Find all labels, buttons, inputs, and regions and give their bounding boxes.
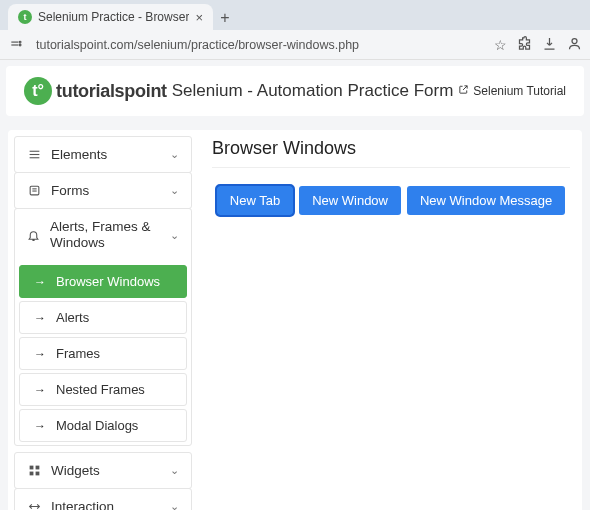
new-window-button[interactable]: New Window bbox=[299, 186, 401, 215]
arrow-right-icon: → bbox=[34, 419, 46, 433]
new-tab-button[interactable]: + bbox=[213, 6, 237, 30]
chevron-down-icon: ⌄ bbox=[170, 464, 179, 477]
svg-rect-13 bbox=[29, 472, 33, 476]
site-header: t° tutorialspoint Selenium - Automation … bbox=[6, 66, 584, 116]
sidebar-item-label: Alerts bbox=[56, 310, 89, 325]
interaction-icon bbox=[27, 500, 41, 510]
svg-rect-14 bbox=[35, 472, 39, 476]
brand-text: tutorialspoint bbox=[56, 81, 167, 102]
bookmark-icon[interactable]: ☆ bbox=[494, 37, 507, 53]
sidebar-item-label: Nested Frames bbox=[56, 382, 145, 397]
sidebar-item-label: Frames bbox=[56, 346, 100, 361]
sidebar-section-alerts-frames-windows[interactable]: Alerts, Frames & Windows ⌄ bbox=[15, 209, 191, 261]
sidebar-item-alerts[interactable]: → Alerts bbox=[19, 301, 187, 334]
address-bar: tutorialspoint.com/selenium/practice/bro… bbox=[0, 30, 590, 60]
site-info-icon[interactable] bbox=[8, 37, 24, 53]
tutorial-link-label: Selenium Tutorial bbox=[473, 84, 566, 98]
selenium-tutorial-link[interactable]: Selenium Tutorial bbox=[458, 84, 566, 98]
chevron-down-icon: ⌄ bbox=[170, 500, 179, 510]
sidebar-section-forms[interactable]: Forms ⌄ bbox=[15, 173, 191, 208]
sidebar-section-elements[interactable]: Elements ⌄ bbox=[15, 137, 191, 172]
svg-point-4 bbox=[572, 38, 577, 43]
sidebar-item-nested-frames[interactable]: → Nested Frames bbox=[19, 373, 187, 406]
menu-icon bbox=[27, 148, 41, 161]
sidebar-item-modal-dialogs[interactable]: → Modal Dialogs bbox=[19, 409, 187, 442]
arrow-right-icon: → bbox=[34, 311, 46, 325]
sidebar-section-label: Interaction bbox=[51, 499, 114, 510]
url-text[interactable]: tutorialspoint.com/selenium/practice/bro… bbox=[32, 32, 486, 58]
browser-tab[interactable]: t Selenium Practice - Browser × bbox=[8, 4, 213, 30]
bell-icon bbox=[27, 229, 40, 242]
page-title: Selenium - Automation Practice Form bbox=[167, 81, 458, 101]
brand-logo[interactable]: t° tutorialspoint bbox=[24, 77, 167, 105]
svg-point-3 bbox=[19, 44, 21, 46]
sidebar-section-label: Alerts, Frames & Windows bbox=[50, 219, 160, 251]
arrow-right-icon: → bbox=[34, 347, 46, 361]
arrow-right-icon: → bbox=[34, 275, 46, 289]
svg-rect-11 bbox=[29, 466, 33, 470]
sidebar-item-frames[interactable]: → Frames bbox=[19, 337, 187, 370]
main-content: Browser Windows New Tab New Window New W… bbox=[206, 136, 576, 510]
browser-tab-strip: t Selenium Practice - Browser × + bbox=[0, 0, 590, 30]
profile-icon[interactable] bbox=[567, 36, 582, 54]
new-window-message-button[interactable]: New Window Message bbox=[407, 186, 565, 215]
sidebar-item-browser-windows[interactable]: → Browser Windows bbox=[19, 265, 187, 298]
sidebar-section-widgets[interactable]: Widgets ⌄ bbox=[15, 453, 191, 488]
new-tab-button[interactable]: New Tab bbox=[217, 186, 293, 215]
sidebar-item-label: Modal Dialogs bbox=[56, 418, 138, 433]
chevron-down-icon: ⌄ bbox=[170, 184, 179, 197]
svg-point-2 bbox=[19, 41, 21, 43]
external-link-icon bbox=[458, 84, 469, 98]
favicon-icon: t bbox=[18, 10, 32, 24]
form-icon bbox=[27, 184, 41, 197]
tab-title: Selenium Practice - Browser bbox=[38, 10, 189, 24]
widgets-icon bbox=[27, 464, 41, 477]
logo-icon: t° bbox=[24, 77, 52, 105]
svg-rect-12 bbox=[35, 466, 39, 470]
chevron-down-icon: ⌄ bbox=[170, 229, 179, 242]
content-heading: Browser Windows bbox=[212, 138, 570, 168]
close-icon[interactable]: × bbox=[195, 10, 203, 25]
extensions-icon[interactable] bbox=[517, 36, 532, 54]
chevron-down-icon: ⌄ bbox=[170, 148, 179, 161]
arrow-right-icon: → bbox=[34, 383, 46, 397]
sidebar-section-label: Elements bbox=[51, 147, 107, 162]
sidebar-section-label: Forms bbox=[51, 183, 89, 198]
sidebar: Elements ⌄ Forms ⌄ Alerts, Frames & Wind… bbox=[14, 136, 192, 510]
sidebar-section-label: Widgets bbox=[51, 463, 100, 478]
download-icon[interactable] bbox=[542, 36, 557, 54]
sidebar-item-label: Browser Windows bbox=[56, 274, 160, 289]
sidebar-section-interaction[interactable]: Interaction ⌄ bbox=[15, 489, 191, 510]
